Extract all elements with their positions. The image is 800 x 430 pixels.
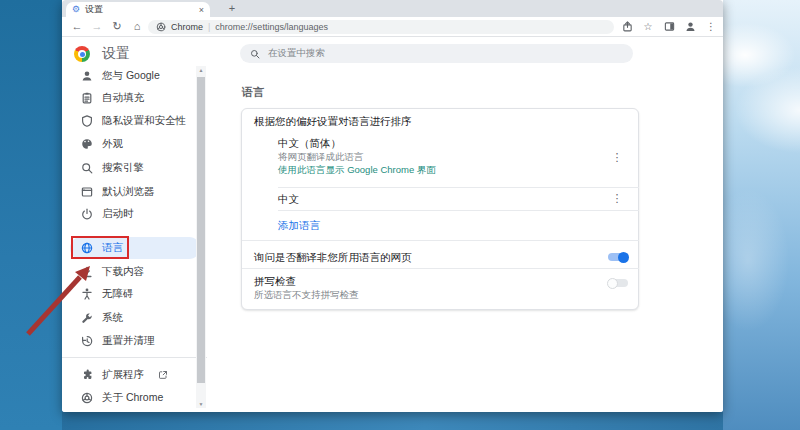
- sidebar-item-label: 外观: [102, 137, 123, 151]
- side-panel-icon[interactable]: [663, 21, 675, 33]
- language-item-name: 中文: [278, 193, 299, 207]
- toolbar-actions: ☆ ⋮: [621, 17, 717, 36]
- share-icon[interactable]: [621, 21, 633, 33]
- sidebar-item-about-chrome[interactable]: 关于 Chrome: [70, 387, 200, 409]
- sidebar-item-label: 下载内容: [102, 265, 144, 279]
- tab-settings[interactable]: ⚙ 设置 ×: [66, 2, 210, 17]
- search-icon: [250, 49, 260, 59]
- sidebar-item-label: 启动时: [102, 207, 134, 221]
- menu-kebab-icon[interactable]: ⋮: [705, 21, 717, 33]
- translate-toggle[interactable]: [608, 253, 628, 261]
- sidebar-item-label: 无障碍: [102, 287, 134, 301]
- person-icon: [81, 70, 93, 82]
- sidebar-item-autofill[interactable]: 自动填充: [70, 87, 200, 109]
- add-language-button[interactable]: 添加语言: [278, 219, 320, 233]
- download-icon: [81, 266, 93, 278]
- address-bar[interactable]: Chrome | chrome://settings/languages: [148, 20, 614, 34]
- kebab-menu-icon[interactable]: ⋮: [610, 192, 624, 205]
- section-title-languages: 语言: [242, 85, 264, 100]
- desktop: ⚙ 设置 × + ← → ↻ ⌂ Chrome | chrome://setti…: [0, 0, 800, 430]
- desktop-bottom-area: [62, 412, 723, 430]
- desktop-left-area: [0, 0, 63, 430]
- toggle-knob: [618, 252, 629, 263]
- search-icon: [81, 162, 93, 174]
- sidebar-item-search-engine[interactable]: 搜索引擎: [70, 157, 200, 179]
- card-divider: [242, 240, 639, 241]
- language-item-name: 中文（简体）: [278, 137, 341, 151]
- bookmark-star-icon[interactable]: ☆: [642, 21, 654, 33]
- sidebar-item-label: 自动填充: [102, 91, 144, 105]
- site-badge-icon: [156, 22, 166, 32]
- sidebar-item-privacy-security[interactable]: 隐私设置和安全性: [70, 110, 200, 132]
- scroll-down-icon[interactable]: ▼: [199, 400, 204, 408]
- new-tab-button[interactable]: +: [224, 1, 240, 16]
- sidebar-item-label: 默认浏览器: [102, 185, 155, 199]
- scroll-up-icon[interactable]: ▲: [199, 66, 204, 74]
- external-link-icon: [158, 370, 168, 380]
- sidebar-item-appearance[interactable]: 外观: [70, 133, 200, 155]
- back-icon[interactable]: ←: [68, 17, 86, 36]
- sidebar-item-label: 系统: [102, 311, 123, 325]
- language-card: 根据您的偏好设置对语言进行排序 中文（简体） 将网页翻译成此语言 使用此语言显示…: [241, 108, 639, 310]
- profile-avatar-icon[interactable]: [684, 21, 696, 33]
- gear-icon: ⚙: [72, 5, 80, 14]
- power-icon: [81, 208, 93, 220]
- sidebar-item-label: 隐私设置和安全性: [102, 114, 186, 128]
- sidebar-item-reset-cleanup[interactable]: 重置并清理: [70, 330, 200, 352]
- puzzle-icon: [81, 369, 93, 381]
- sidebar-item-extensions[interactable]: 扩展程序: [70, 364, 200, 386]
- search-placeholder: 在设置中搜索: [268, 47, 325, 60]
- sidebar-item-label: 您与 Google: [102, 69, 160, 83]
- address-separator: |: [208, 22, 210, 32]
- sidebar-item-label: 关于 Chrome: [102, 391, 163, 405]
- browser-window: ⚙ 设置 × + ← → ↻ ⌂ Chrome | chrome://setti…: [62, 0, 723, 412]
- card-divider: [278, 187, 639, 188]
- card-divider: [278, 210, 639, 211]
- tab-close-icon[interactable]: ×: [199, 5, 204, 15]
- toggle-knob: [607, 278, 618, 289]
- chrome-icon: [81, 392, 93, 404]
- sidebar-divider: [62, 357, 207, 358]
- spell-check-sublabel: 所选语言不支持拼写检查: [254, 289, 359, 302]
- sidebar-item-system[interactable]: 系统: [70, 307, 200, 329]
- sidebar-item-label: 搜索引擎: [102, 161, 144, 175]
- tab-strip: ⚙ 设置 × +: [62, 0, 723, 17]
- settings-page: 设置 您与 Google 自动填充 隐私设置和安全性 外观 搜索引擎: [62, 37, 723, 412]
- wrench-icon: [81, 312, 93, 324]
- sidebar-item-label: 重置并清理: [102, 334, 155, 348]
- forward-icon[interactable]: →: [88, 17, 106, 36]
- sidebar-item-accessibility[interactable]: 无障碍: [70, 283, 200, 305]
- kebab-menu-icon[interactable]: ⋮: [610, 151, 624, 164]
- tab-title: 设置: [85, 3, 194, 16]
- sidebar-item-default-browser[interactable]: 默认浏览器: [70, 181, 200, 203]
- card-divider: [242, 268, 639, 269]
- settings-header: 设置: [74, 45, 130, 63]
- page-title: 设置: [102, 45, 130, 63]
- language-order-intro: 根据您的偏好设置对语言进行排序: [254, 115, 412, 129]
- palette-icon: [81, 138, 93, 150]
- translate-prompt-label: 询问是否翻译非您所用语言的网页: [254, 251, 412, 265]
- autofill-icon: [81, 92, 93, 104]
- sidebar-item-on-startup[interactable]: 启动时: [70, 203, 200, 225]
- spell-check-label: 拼写检查: [254, 275, 296, 289]
- highlight-box-annotation: [71, 236, 129, 259]
- browser-icon: [81, 186, 93, 198]
- sidebar-item-you-and-google[interactable]: 您与 Google: [70, 65, 200, 87]
- language-ui-note: 使用此语言显示 Google Chrome 界面: [278, 164, 436, 177]
- address-site-label: Chrome: [171, 22, 203, 32]
- chrome-logo-icon: [74, 46, 90, 62]
- scrollbar-thumb[interactable]: [197, 77, 205, 383]
- spell-check-toggle[interactable]: [608, 279, 628, 287]
- settings-search-input[interactable]: 在设置中搜索: [240, 44, 633, 63]
- sidebar-item-label: 扩展程序: [102, 368, 144, 382]
- history-icon: [81, 335, 93, 347]
- home-icon[interactable]: ⌂: [128, 17, 146, 36]
- shield-icon: [81, 115, 93, 127]
- address-url: chrome://settings/languages: [215, 22, 328, 32]
- accessibility-icon: [81, 288, 93, 300]
- sidebar-item-downloads[interactable]: 下载内容: [70, 261, 200, 283]
- browser-toolbar: ← → ↻ ⌂ Chrome | chrome://settings/langu…: [62, 17, 723, 37]
- reload-icon[interactable]: ↻: [108, 17, 126, 36]
- language-item-desc: 将网页翻译成此语言: [278, 151, 364, 164]
